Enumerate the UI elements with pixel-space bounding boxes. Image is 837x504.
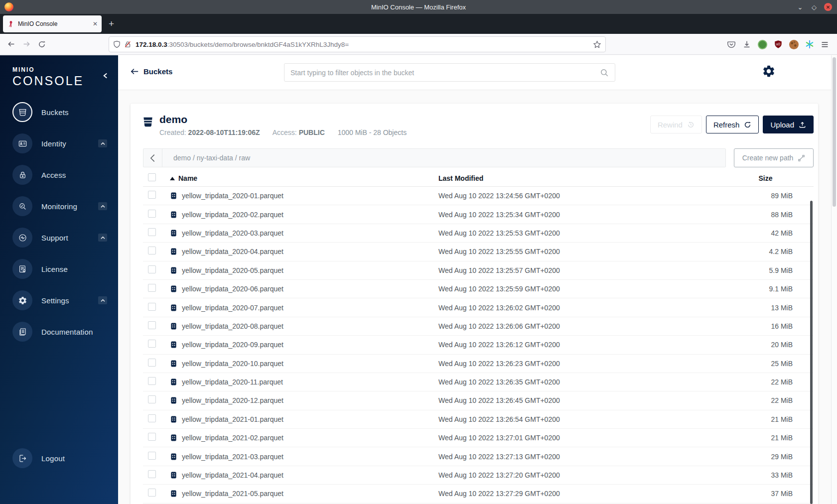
sidebar-item-license[interactable]: License: [0, 258, 118, 280]
row-checkbox[interactable]: [148, 265, 156, 273]
object-row[interactable]: yellow_tripdata_2020-12.parquet Wed Aug …: [143, 391, 814, 410]
object-row[interactable]: yellow_tripdata_2021-02.parquet Wed Aug …: [143, 429, 814, 447]
chevron-up-icon[interactable]: [98, 139, 107, 147]
select-all-checkbox[interactable]: [148, 173, 156, 181]
row-checkbox[interactable]: [148, 452, 156, 460]
colorful-asterisk-extension-icon[interactable]: [805, 40, 814, 49]
object-row[interactable]: yellow_tripdata_2020-10.parquet Wed Aug …: [143, 355, 814, 373]
row-checkbox[interactable]: [148, 489, 156, 497]
object-file-icon: [170, 211, 177, 219]
row-checkbox[interactable]: [148, 284, 156, 292]
create-new-path-button[interactable]: Create new path: [734, 148, 814, 167]
object-row[interactable]: yellow_tripdata_2020-06.parquet Wed Aug …: [143, 280, 814, 298]
rewind-button[interactable]: Rewind: [650, 116, 702, 133]
row-checkbox[interactable]: [148, 359, 156, 367]
object-size: 37 MiB: [732, 490, 814, 498]
object-file-icon: [170, 378, 177, 386]
back-to-buckets-link[interactable]: Buckets: [131, 67, 172, 76]
breadcrumb-back-chevron-icon[interactable]: [143, 149, 162, 167]
browser-tab[interactable]: MinIO Console ✕: [3, 15, 102, 32]
forward-icon[interactable]: [22, 40, 31, 48]
sidebar-item-label: Buckets: [41, 108, 69, 117]
settings-gear-icon[interactable]: [762, 64, 776, 78]
column-header-name[interactable]: Name: [165, 174, 438, 182]
documentation-icon: [12, 322, 32, 342]
chevron-up-icon[interactable]: [98, 202, 107, 210]
browser-tab-bar: MinIO Console ✕ +: [0, 14, 837, 34]
row-checkbox[interactable]: [148, 377, 156, 385]
column-header-size[interactable]: Size: [732, 174, 814, 182]
insecure-lock-icon[interactable]: [124, 40, 132, 48]
upload-button[interactable]: Upload: [763, 116, 814, 133]
sidebar-collapse-icon[interactable]: [103, 72, 108, 79]
object-row[interactable]: yellow_tripdata_2020-11.parquet Wed Aug …: [143, 373, 814, 391]
sidebar-item-settings[interactable]: Settings: [0, 289, 118, 311]
row-checkbox[interactable]: [148, 395, 156, 403]
main-content: Buckets demo Created: 2022-08-10T11:1: [118, 55, 837, 504]
object-size: 22 MiB: [732, 396, 814, 404]
row-checkbox[interactable]: [148, 191, 156, 199]
ublock-extension-icon[interactable]: uO: [774, 40, 783, 49]
row-checkbox[interactable]: [148, 414, 156, 422]
window-close-icon[interactable]: ✕: [824, 3, 832, 11]
row-checkbox[interactable]: [148, 321, 156, 329]
object-size: 16 MiB: [732, 322, 814, 330]
cookie-extension-icon[interactable]: [789, 40, 799, 49]
created-label: Created:: [159, 128, 186, 136]
row-checkbox[interactable]: [148, 470, 156, 478]
object-row[interactable]: yellow_tripdata_2021-01.parquet Wed Aug …: [143, 410, 814, 429]
download-icon[interactable]: [742, 40, 751, 49]
pocket-icon[interactable]: [727, 40, 736, 49]
object-row[interactable]: yellow_tripdata_2021-03.parquet Wed Aug …: [143, 447, 814, 466]
sidebar-item-support[interactable]: Support: [0, 227, 118, 249]
object-row[interactable]: yellow_tripdata_2020-03.parquet Wed Aug …: [143, 224, 814, 243]
breadcrumb[interactable]: demo / ny-taxi-data / raw: [173, 154, 250, 162]
object-row[interactable]: yellow_tripdata_2020-04.parquet Wed Aug …: [143, 243, 814, 261]
url-bar[interactable]: 172.18.0.3:30503/buckets/demo/browse/bnk…: [109, 36, 606, 52]
object-row[interactable]: yellow_tripdata_2020-07.parquet Wed Aug …: [143, 298, 814, 317]
sidebar-item-label: Settings: [41, 296, 69, 305]
object-size: 33 MiB: [732, 471, 814, 479]
sidebar-item-identity[interactable]: Identity: [0, 132, 118, 154]
sidebar-item-buckets[interactable]: Buckets: [0, 101, 118, 123]
object-row[interactable]: yellow_tripdata_2021-04.parquet Wed Aug …: [143, 466, 814, 485]
object-row[interactable]: yellow_tripdata_2020-09.parquet Wed Aug …: [143, 336, 814, 354]
row-checkbox[interactable]: [148, 210, 156, 218]
table-scrollbar[interactable]: [810, 201, 813, 504]
refresh-button[interactable]: Refresh: [706, 116, 759, 133]
back-icon[interactable]: [7, 40, 15, 48]
window-minimize-icon[interactable]: ⌄: [796, 3, 804, 11]
object-row[interactable]: yellow_tripdata_2020-05.parquet Wed Aug …: [143, 261, 814, 280]
chevron-up-icon[interactable]: [98, 234, 107, 242]
row-checkbox[interactable]: [148, 340, 156, 348]
object-size: 29 MiB: [732, 453, 814, 461]
object-row[interactable]: yellow_tripdata_2020-02.parquet Wed Aug …: [143, 205, 814, 224]
new-tab-button[interactable]: +: [109, 18, 114, 29]
row-checkbox[interactable]: [148, 247, 156, 254]
object-row[interactable]: yellow_tripdata_2020-08.parquet Wed Aug …: [143, 317, 814, 336]
object-row[interactable]: yellow_tripdata_2020-01.parquet Wed Aug …: [143, 187, 814, 205]
page-scrollbar[interactable]: [831, 55, 837, 504]
row-checkbox[interactable]: [148, 228, 156, 236]
search-input[interactable]: [290, 69, 600, 77]
privacy-badger-extension-icon[interactable]: [758, 40, 767, 49]
row-checkbox[interactable]: [148, 433, 156, 441]
tracking-protection-shield-icon[interactable]: [113, 40, 121, 48]
object-filter-search[interactable]: [284, 63, 615, 82]
object-rows: yellow_tripdata_2020-01.parquet Wed Aug …: [143, 187, 814, 504]
sidebar-item-monitoring[interactable]: Monitoring: [0, 195, 118, 217]
sidebar-item-documentation[interactable]: Documentation: [0, 321, 118, 343]
sidebar-item-logout[interactable]: Logout: [0, 447, 118, 469]
sidebar-item-access[interactable]: Access: [0, 164, 118, 186]
window-title: MinIO Console — Mozilla Firefox: [0, 3, 837, 11]
page-scrollbar-thumb[interactable]: [833, 57, 836, 207]
chevron-up-icon[interactable]: [98, 296, 107, 304]
menu-hamburger-icon[interactable]: [821, 40, 829, 49]
bookmark-star-icon[interactable]: [593, 40, 601, 49]
tab-close-icon[interactable]: ✕: [93, 20, 98, 27]
reload-icon[interactable]: [38, 40, 46, 48]
object-row[interactable]: yellow_tripdata_2021-05.parquet Wed Aug …: [143, 485, 814, 503]
window-maximize-icon[interactable]: ◇: [810, 3, 818, 11]
row-checkbox[interactable]: [148, 303, 156, 311]
column-header-last-modified[interactable]: Last Modified: [438, 174, 732, 182]
